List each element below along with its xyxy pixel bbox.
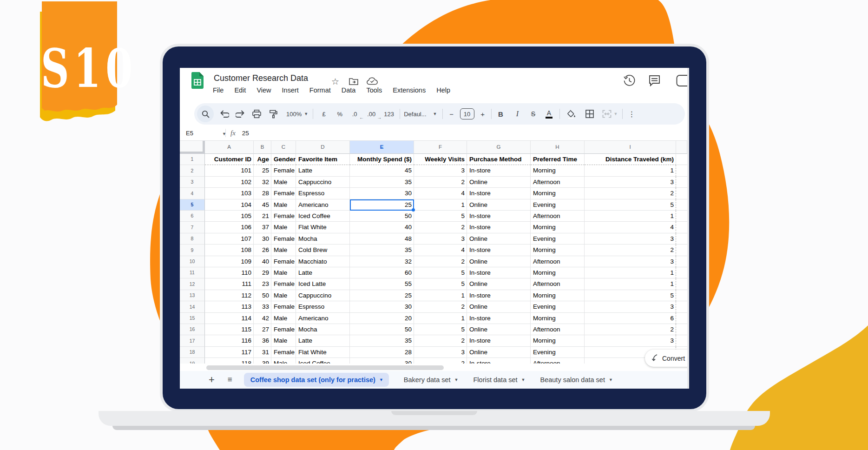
cell[interactable]: 104 [205, 199, 254, 211]
row-header-19[interactable]: 19 [180, 358, 205, 364]
column-header-D[interactable]: D [296, 141, 350, 154]
cell[interactable]: Morning [531, 188, 585, 199]
cell[interactable]: Age [254, 154, 271, 165]
cell[interactable]: 60 [350, 267, 414, 278]
column-header-E[interactable]: E [350, 141, 414, 154]
cell[interactable] [676, 245, 687, 256]
row-header-13[interactable]: 13 [180, 290, 205, 301]
cell[interactable]: 6 [585, 313, 676, 324]
cell[interactable]: 2 [414, 335, 467, 346]
cell[interactable]: Male [271, 177, 296, 188]
cell[interactable]: Male [271, 313, 296, 324]
cell[interactable]: Afternoon [531, 177, 585, 188]
row-header-4[interactable]: 4 [180, 188, 205, 199]
column-header[interactable] [676, 141, 687, 154]
cell[interactable]: 50 [350, 324, 414, 335]
cell[interactable] [676, 324, 687, 335]
cell[interactable]: Evening [531, 347, 585, 358]
cell[interactable]: 5 [414, 278, 467, 290]
cell[interactable]: 3 [585, 256, 676, 267]
print-button[interactable] [248, 110, 265, 118]
cell[interactable]: 3 [585, 233, 676, 245]
cell[interactable]: 116 [205, 335, 254, 346]
redo-button[interactable] [232, 110, 248, 118]
row-header-5[interactable]: 5 [180, 199, 205, 211]
cell[interactable]: In-store [467, 211, 531, 222]
cell[interactable]: Morning [531, 290, 585, 301]
cell[interactable]: 2 [414, 222, 467, 233]
cell[interactable]: Mocha [296, 324, 350, 335]
cell[interactable]: 30 [350, 188, 414, 199]
cell[interactable]: 25 [254, 165, 271, 176]
cell[interactable]: 3 [414, 165, 467, 176]
cell[interactable] [676, 290, 687, 301]
cell[interactable]: Preferred Time [531, 154, 585, 165]
cell[interactable]: 5 [414, 324, 467, 335]
menu-tools[interactable]: Tools [366, 86, 382, 97]
cell[interactable]: Americano [296, 199, 350, 211]
cell[interactable]: In-store [467, 335, 531, 346]
cell[interactable]: 2 [414, 256, 467, 267]
cell[interactable] [676, 278, 687, 290]
menu-view[interactable]: View [256, 86, 271, 97]
cell[interactable]: 45 [350, 165, 414, 176]
text-color-button[interactable]: A [544, 109, 554, 119]
cloud-status-icon[interactable] [367, 77, 378, 85]
cell[interactable]: Flat White [296, 347, 350, 358]
row-header-7[interactable]: 7 [180, 222, 205, 233]
cell[interactable]: 32 [254, 177, 271, 188]
cell[interactable]: Flat White [296, 222, 350, 233]
cell[interactable]: In-store [467, 245, 531, 256]
cell[interactable]: 1 [585, 278, 676, 290]
cell[interactable]: Online [467, 301, 531, 312]
cell[interactable] [676, 267, 687, 278]
sheet-tab-active[interactable]: Coffee shop data set (only for practise)… [244, 373, 389, 387]
cell[interactable]: Morning [531, 335, 585, 346]
cell[interactable]: 1 [585, 165, 676, 176]
cell[interactable]: Afternoon [531, 211, 585, 222]
cell[interactable]: Male [271, 245, 296, 256]
select-all-corner[interactable] [180, 141, 205, 154]
row-header-1[interactable]: 1 [180, 154, 205, 165]
cell[interactable] [676, 335, 687, 346]
formula-value[interactable]: 25 [242, 130, 249, 137]
cell[interactable]: 25 [350, 290, 414, 301]
cell[interactable]: Espresso [296, 301, 350, 312]
row-header-9[interactable]: 9 [180, 245, 205, 256]
cell[interactable]: 2 [585, 188, 676, 199]
cell[interactable]: Male [271, 222, 296, 233]
cell[interactable]: In-store [467, 165, 531, 176]
cell[interactable]: Cold Brew [296, 245, 350, 256]
cell[interactable]: Online [467, 233, 531, 245]
cell[interactable]: 30 [254, 233, 271, 245]
row-header-18[interactable]: 18 [180, 347, 205, 358]
column-header-I[interactable]: I [585, 141, 676, 154]
cell[interactable]: Customer ID [205, 154, 254, 165]
cell[interactable]: 21 [254, 211, 271, 222]
cell[interactable] [676, 165, 687, 176]
cell[interactable]: 39 [254, 358, 271, 364]
bold-button[interactable]: B [496, 110, 506, 118]
cell[interactable]: 106 [205, 222, 254, 233]
menu-help[interactable]: Help [436, 86, 450, 97]
move-folder-icon[interactable] [349, 78, 358, 85]
cell[interactable]: Latte [296, 267, 350, 278]
star-icon[interactable]: ☆ [331, 76, 339, 87]
cell[interactable]: 30 [350, 358, 414, 364]
cell[interactable]: Online [467, 177, 531, 188]
cell[interactable]: Afternoon [531, 358, 585, 364]
paint-format-button[interactable] [265, 110, 282, 119]
cell[interactable]: Iced Latte [296, 278, 350, 290]
sheet-tab[interactable]: Bakery data set▼ [404, 376, 459, 384]
cell[interactable]: 55 [350, 278, 414, 290]
menu-format[interactable]: Format [309, 86, 331, 97]
comment-icon[interactable] [648, 74, 661, 87]
cell[interactable]: In-store [467, 222, 531, 233]
version-history-icon[interactable] [623, 74, 636, 87]
cell[interactable]: Online [467, 199, 531, 211]
row-header-10[interactable]: 10 [180, 256, 205, 267]
cell[interactable]: 108 [205, 245, 254, 256]
cell[interactable]: 5 [585, 290, 676, 301]
cell[interactable]: Monthly Spend ($) [350, 154, 414, 165]
cell[interactable] [676, 211, 687, 222]
